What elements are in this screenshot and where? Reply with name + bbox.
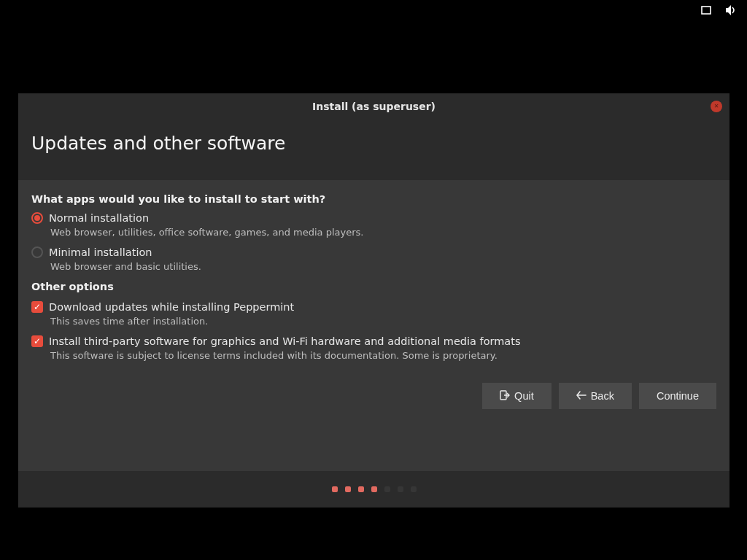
maximize-icon[interactable] xyxy=(700,4,712,19)
content-area: What apps would you like to install to s… xyxy=(18,180,729,471)
progress-dot xyxy=(398,486,403,492)
continue-label: Continue xyxy=(657,390,699,402)
close-icon[interactable] xyxy=(711,101,722,112)
quit-button[interactable]: Quit xyxy=(482,383,551,409)
radio-icon[interactable] xyxy=(31,246,43,258)
volume-icon[interactable] xyxy=(725,4,738,19)
radio-normal-desc: Web browser, utilities, office software,… xyxy=(50,227,716,238)
header-section: Updates and other software xyxy=(18,120,729,180)
checkbox-icon[interactable] xyxy=(31,301,43,313)
progress-dot xyxy=(358,486,364,492)
radio-minimal-installation[interactable]: Minimal installation xyxy=(31,246,716,258)
arrow-left-icon xyxy=(576,390,587,402)
page-title: Updates and other software xyxy=(31,133,716,154)
checkbox-download-updates-desc: This saves time after installation. xyxy=(50,316,716,327)
continue-button[interactable]: Continue xyxy=(639,383,716,409)
other-heading: Other options xyxy=(31,281,716,292)
checkbox-label: Download updates while installing Pepper… xyxy=(49,301,294,313)
button-bar: Quit Back Continue xyxy=(31,383,716,422)
checkbox-download-updates[interactable]: Download updates while installing Pepper… xyxy=(31,301,716,313)
progress-dot xyxy=(345,486,351,492)
back-button[interactable]: Back xyxy=(559,383,632,409)
radio-minimal-desc: Web browser and basic utilities. xyxy=(50,261,716,272)
quit-icon xyxy=(500,390,510,402)
progress-dot xyxy=(384,486,390,492)
progress-dot xyxy=(411,486,417,492)
checkbox-third-party[interactable]: Install third-party software for graphic… xyxy=(31,335,716,347)
titlebar: Install (as superuser) xyxy=(18,93,729,120)
checkbox-label: Install third-party software for graphic… xyxy=(49,335,520,347)
svg-rect-0 xyxy=(702,7,711,14)
window-title: Install (as superuser) xyxy=(312,101,436,112)
back-label: Back xyxy=(591,390,614,402)
apps-heading: What apps would you like to install to s… xyxy=(31,193,716,205)
checkbox-icon[interactable] xyxy=(31,335,43,347)
progress-dot xyxy=(332,486,338,492)
radio-normal-installation[interactable]: Normal installation xyxy=(31,212,716,224)
installer-window: Install (as superuser) Updates and other… xyxy=(18,93,729,508)
system-tray xyxy=(700,4,738,19)
radio-icon[interactable] xyxy=(31,212,43,224)
checkbox-third-party-desc: This software is subject to license term… xyxy=(50,350,716,361)
radio-label: Minimal installation xyxy=(49,246,152,258)
progress-dot xyxy=(371,486,377,492)
radio-label: Normal installation xyxy=(49,212,149,224)
quit-label: Quit xyxy=(514,390,534,402)
progress-dots xyxy=(18,471,729,508)
